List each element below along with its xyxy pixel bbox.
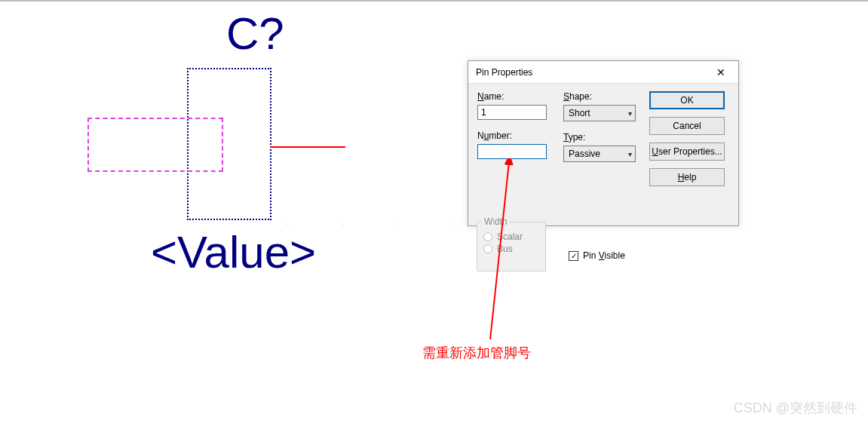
name-input[interactable] — [477, 105, 547, 120]
help-button[interactable]: Help — [649, 168, 725, 186]
close-icon[interactable]: ✕ — [710, 66, 732, 78]
col-name-number: Name: Number: — [477, 91, 553, 159]
scalar-label: Scalar — [497, 231, 523, 242]
dialog-titlebar[interactable]: Pin Properties ✕ — [468, 61, 738, 84]
dialog-title: Pin Properties — [476, 67, 532, 78]
type-combo[interactable]: Passive ▾ — [563, 146, 636, 162]
radio-icon — [483, 244, 492, 253]
chevron-down-icon: ▾ — [628, 150, 632, 158]
type-value: Passive — [569, 149, 600, 159]
number-label: Number: — [477, 130, 553, 141]
number-input[interactable] — [477, 144, 547, 159]
annotation-text: 需重新添加管脚号 — [422, 344, 531, 362]
pin-properties-dialog: Pin Properties ✕ Name: Number: Shape: Sh… — [468, 60, 739, 226]
width-legend: Width — [482, 216, 510, 227]
shape-combo[interactable]: Short ▾ — [563, 105, 636, 121]
checkbox-icon[interactable]: ✓ — [569, 251, 578, 261]
radio-scalar: Scalar — [483, 231, 539, 242]
component-ref-label: C? — [226, 8, 284, 60]
ok-button[interactable]: OK — [649, 91, 725, 109]
bus-label: Bus — [497, 244, 513, 254]
radio-icon — [483, 232, 492, 241]
cancel-button[interactable]: Cancel — [649, 117, 725, 135]
pin-bbox — [87, 118, 223, 172]
width-group: Width Scalar Bus — [477, 222, 546, 271]
type-label: Type: — [563, 132, 639, 143]
col-shape-type: Shape: Short ▾ Type: Passive ▾ — [563, 91, 639, 162]
name-label: Name: — [477, 91, 553, 102]
user-properties-button[interactable]: User Properties... — [649, 143, 725, 161]
col-buttons: OK Cancel User Properties... Help — [649, 91, 725, 191]
pin-visible-label: Pin Visible — [583, 250, 625, 261]
pin-visible-row[interactable]: ✓ Pin Visible — [569, 250, 625, 261]
shape-value: Short — [569, 108, 590, 118]
canvas-top-border — [0, 0, 868, 2]
component-value-label: <Value> — [151, 226, 316, 278]
pin-lead — [270, 146, 345, 148]
watermark: CSDN @突然到硬件 — [734, 399, 857, 417]
chevron-down-icon: ▾ — [628, 109, 632, 118]
radio-bus: Bus — [483, 244, 539, 254]
shape-label: Shape: — [563, 91, 639, 102]
